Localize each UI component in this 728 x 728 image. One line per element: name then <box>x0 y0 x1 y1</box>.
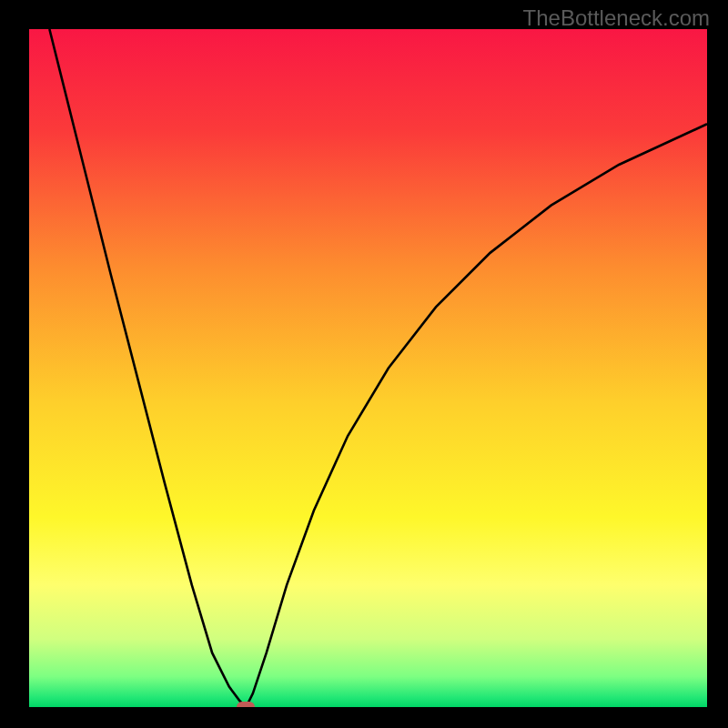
optimal-point-marker <box>237 702 255 707</box>
bottleneck-curve <box>29 29 707 707</box>
curve-left-segment <box>49 29 246 707</box>
plot-area <box>29 29 707 707</box>
watermark-label: TheBottleneck.com <box>523 5 710 31</box>
curve-right-segment <box>246 124 707 707</box>
